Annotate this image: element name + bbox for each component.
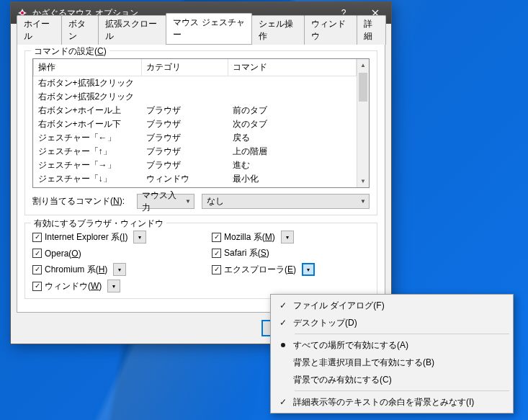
menu-item-file-dialog[interactable]: ✓ ファイル ダイアログ(F) xyxy=(273,297,511,314)
tab-window[interactable]: ウィンドウ xyxy=(304,15,357,45)
table-row[interactable]: ジェスチャー「↓」ウィンドウ最小化 xyxy=(34,172,357,186)
tab-gesture[interactable]: マウス ジェスチャー xyxy=(166,13,252,44)
check-icon: ✓ xyxy=(273,300,293,310)
checkbox-icon[interactable]: ✓ xyxy=(32,233,42,242)
table-row[interactable]: 右ボタン+拡張2クリック xyxy=(34,90,357,104)
explorer-dropdown-button[interactable]: ▾ xyxy=(302,263,315,276)
checkbox-icon[interactable]: ✓ xyxy=(212,233,221,242)
check-chromium[interactable]: ✓ Chromium 系(H) ▾ xyxy=(32,263,190,276)
checkbox-icon[interactable]: ✓ xyxy=(32,282,42,291)
checkbox-icon[interactable]: ✓ xyxy=(32,265,42,274)
commands-table[interactable]: 操作 カテゴリ コマンド 右ボタン+拡張1クリック 右ボタン+拡張2クリック 右… xyxy=(32,58,370,188)
menu-item-enable-all[interactable]: すべての場所で有効にする(A) xyxy=(273,336,511,354)
scroll-thumb[interactable] xyxy=(359,73,367,102)
col-command[interactable]: コマンド xyxy=(228,59,357,76)
table-row[interactable]: 右ボタン+拡張1クリック xyxy=(34,76,357,91)
chevron-down-icon: ▼ xyxy=(185,198,191,205)
group-enable: 有効にするブラウザ・ウィンドウ ✓ Internet Explorer 系(I)… xyxy=(24,223,377,299)
table-row[interactable]: 右ボタン+ホイール下ブラウザ次のタブ xyxy=(34,117,357,131)
assign-row: 割り当てるコマンド(N): マウス入力 ▼ なし ▼ xyxy=(32,194,370,209)
assign-command-combo[interactable]: なし ▼ xyxy=(202,194,370,209)
menu-item-enable-bg-only[interactable]: 背景でのみ有効にする(C) xyxy=(273,371,511,388)
table-row[interactable]: ジェスチャー「←↑」 xyxy=(34,186,357,187)
tab-shell[interactable]: シェル操作 xyxy=(251,15,305,45)
chevron-down-icon: ▼ xyxy=(360,198,366,205)
checkbox-icon[interactable]: ✓ xyxy=(212,249,221,258)
menu-item-enable-bg-unselected[interactable]: 背景と非選択項目上で有効にする(B) xyxy=(273,354,511,371)
scrollbar[interactable]: ▲ ▼ xyxy=(357,59,369,187)
scroll-track[interactable] xyxy=(357,71,369,175)
check-explorer[interactable]: ✓ エクスプローラ(E) ▾ xyxy=(212,263,370,276)
check-opera[interactable]: ✓ Opera(O) xyxy=(32,247,190,259)
tab-page-gesture: コマンドの設定(C) 操作 カテゴリ コマンド xyxy=(17,44,385,313)
options-dialog: かざぐるマウス オプション ? ホイール ボタン 拡張スクロール マウス ジェス… xyxy=(10,1,392,344)
table-row[interactable]: 右ボタン+ホイール上ブラウザ前のタブ xyxy=(34,104,357,117)
mozilla-dropdown-button[interactable]: ▾ xyxy=(281,231,294,243)
svg-point-0 xyxy=(21,12,24,14)
explorer-dropdown-menu: ✓ ファイル ダイアログ(F) ✓ デスクトップ(D) すべての場所で有効にする… xyxy=(270,294,514,414)
table-row[interactable]: ジェスチャー「↑」ブラウザ上の階層 xyxy=(34,145,357,158)
group-commands-legend: コマンドの設定(C) xyxy=(31,45,109,58)
scroll-down-icon[interactable]: ▼ xyxy=(357,175,369,187)
checkbox-icon[interactable]: ✓ xyxy=(212,265,221,274)
check-icon: ✓ xyxy=(273,318,293,328)
menu-item-desktop[interactable]: ✓ デスクトップ(D) xyxy=(273,314,511,331)
col-category[interactable]: カテゴリ xyxy=(142,59,228,76)
tab-advanced[interactable]: 詳細 xyxy=(357,15,386,45)
ie-dropdown-button[interactable]: ▾ xyxy=(133,231,146,243)
assign-category-combo[interactable]: マウス入力 ▼ xyxy=(137,194,194,209)
tab-button[interactable]: ボタン xyxy=(61,15,99,45)
menu-separator xyxy=(295,390,509,391)
group-commands: コマンドの設定(C) 操作 カテゴリ コマンド xyxy=(24,50,377,215)
assign-label: 割り当てるコマンド(N): xyxy=(32,195,130,207)
radio-icon xyxy=(273,343,293,347)
tab-wheel[interactable]: ホイール xyxy=(17,15,62,45)
tabs: ホイール ボタン 拡張スクロール マウス ジェスチャー シェル操作 ウィンドウ … xyxy=(17,28,385,44)
check-safari[interactable]: ✓ Safari 系(S) xyxy=(212,247,370,259)
scroll-up-icon[interactable]: ▲ xyxy=(357,59,369,71)
check-mozilla[interactable]: ✓ Mozilla 系(M) ▾ xyxy=(212,231,370,243)
col-operation[interactable]: 操作 xyxy=(34,59,142,76)
tab-ext-scroll[interactable]: 拡張スクロール xyxy=(98,15,166,45)
table-row[interactable]: ジェスチャー「←」ブラウザ戻る xyxy=(34,131,357,145)
check-window[interactable]: ✓ ウィンドウ(W) ▾ xyxy=(32,280,190,292)
window-dropdown-button[interactable]: ▾ xyxy=(107,280,120,292)
check-icon: ✓ xyxy=(273,397,293,407)
menu-separator xyxy=(295,334,509,334)
group-enable-legend: 有効にするブラウザ・ウィンドウ xyxy=(31,218,166,230)
checkbox-icon[interactable]: ✓ xyxy=(32,249,42,258)
check-ie[interactable]: ✓ Internet Explorer 系(I) ▾ xyxy=(32,231,190,243)
chromium-dropdown-button[interactable]: ▾ xyxy=(113,263,126,276)
table-row[interactable]: ジェスチャー「→」ブラウザ進む xyxy=(34,158,357,172)
menu-item-text-margin-bg[interactable]: ✓ 詳細表示等のテキストの余白を背景とみなす(I) xyxy=(273,393,511,411)
